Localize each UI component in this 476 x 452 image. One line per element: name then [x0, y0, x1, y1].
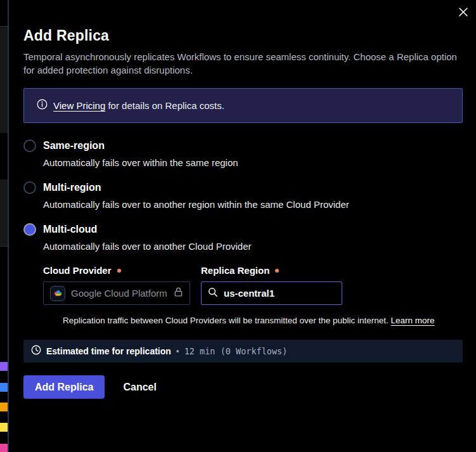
option-same-region: Same-region Automatically fails over wit… [23, 139, 463, 168]
option-label: Multi-cloud [43, 224, 97, 235]
learn-more-link[interactable]: Learn more [391, 316, 435, 325]
modal-actions: Add Replica Cancel [23, 375, 463, 399]
multi-cloud-form: Cloud Provider Google Cloud Platform [43, 265, 463, 325]
public-internet-note: Replication traffic between Cloud Provid… [63, 316, 463, 325]
google-cloud-icon [50, 286, 65, 301]
modal-title: Add Replica [23, 0, 463, 44]
pricing-banner-text: View Pricing for details on Replica cost… [53, 100, 224, 111]
replica-region-field: Replica Region us-central1 [201, 265, 342, 305]
radio-row-same-region[interactable]: Same-region [23, 139, 463, 152]
view-pricing-link[interactable]: View Pricing [53, 100, 105, 111]
info-icon [37, 99, 48, 112]
required-dot [117, 269, 121, 273]
cloud-provider-label: Cloud Provider [43, 265, 190, 276]
option-description: Automatically fails over within the same… [43, 157, 463, 168]
cloud-provider-value: Google Cloud Platform [71, 288, 167, 299]
bullet-separator: • [176, 346, 179, 356]
option-multi-cloud: Multi-cloud Automatically fails over to … [23, 223, 463, 252]
option-description: Automatically fails over to another regi… [43, 199, 463, 210]
replica-region-input[interactable]: us-central1 [201, 281, 342, 305]
estimate-value: 12 min (0 Workflows) [184, 346, 288, 356]
replica-option-group: Same-region Automatically fails over wit… [23, 139, 463, 252]
radio-control[interactable] [23, 181, 36, 194]
estimate-label: Estimated time for replication [46, 346, 171, 356]
cancel-button[interactable]: Cancel [123, 382, 156, 393]
modal-description: Temporal asynchronously replicates Workf… [23, 50, 463, 77]
clock-icon [31, 345, 41, 358]
radio-control[interactable] [23, 223, 36, 236]
add-replica-modal: Add Replica Temporal asynchronously repl… [9, 0, 476, 452]
radio-control[interactable] [23, 139, 36, 152]
replica-region-label: Replica Region [201, 265, 342, 276]
cloud-provider-select[interactable]: Google Cloud Platform [43, 281, 190, 305]
cloud-provider-field: Cloud Provider Google Cloud Platform [43, 265, 190, 305]
replica-region-value: us-central1 [224, 288, 274, 299]
radio-row-multi-cloud[interactable]: Multi-cloud [23, 223, 463, 236]
radio-row-multi-region[interactable]: Multi-region [23, 181, 463, 194]
option-label: Multi-region [43, 182, 101, 193]
lock-icon [173, 287, 184, 300]
pricing-banner: View Pricing for details on Replica cost… [23, 88, 463, 123]
option-description: Automatically fails over to another Clou… [43, 241, 463, 252]
option-label: Same-region [43, 140, 105, 152]
add-replica-button[interactable]: Add Replica [23, 375, 105, 399]
option-multi-region: Multi-region Automatically fails over to… [23, 181, 463, 210]
estimate-banner: Estimated time for replication • 12 min … [23, 340, 463, 363]
search-icon [208, 287, 218, 300]
close-icon[interactable] [457, 6, 470, 18]
required-dot [275, 269, 279, 273]
